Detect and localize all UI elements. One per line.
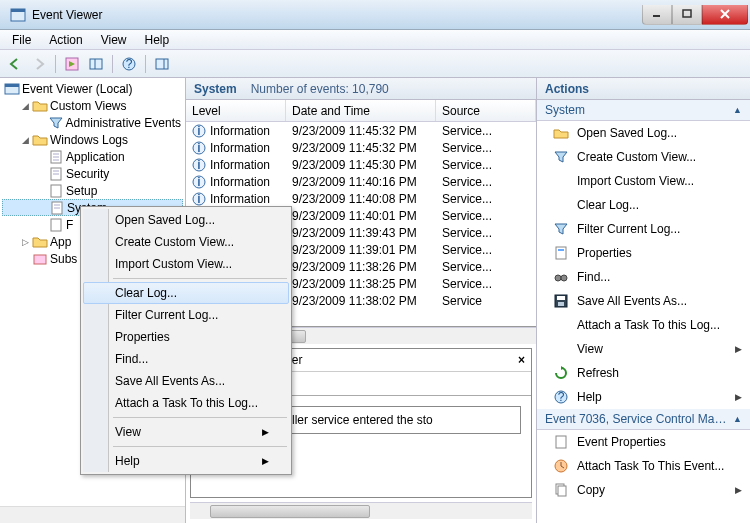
blank-icon (553, 317, 569, 333)
collapse-icon: ▲ (733, 105, 742, 115)
menu-action[interactable]: Action (41, 31, 90, 49)
tree-label: Administrative Events (66, 116, 181, 130)
tree-label: Setup (66, 184, 97, 198)
properties-icon (553, 245, 569, 261)
ctx-attach-task[interactable]: Attach a Task To this Log... (83, 392, 289, 414)
action-clear-log[interactable]: Clear Log... (537, 193, 750, 217)
event-row[interactable]: iInformation9/23/2009 11:45:32 PMService… (186, 122, 536, 139)
menu-help[interactable]: Help (137, 31, 178, 49)
action-event-properties[interactable]: Event Properties (537, 430, 750, 454)
blank-icon (553, 173, 569, 189)
folder-open-icon (553, 125, 569, 141)
tree-admin-events[interactable]: Administrative Events (2, 114, 183, 131)
svg-text:?: ? (126, 57, 133, 71)
tree-root-label: Event Viewer (Local) (22, 82, 133, 96)
submenu-arrow-icon: ▶ (735, 392, 742, 402)
tree-application[interactable]: Application (2, 148, 183, 165)
details-scrollbar[interactable] (190, 502, 532, 519)
action-help[interactable]: ?Help▶ (537, 385, 750, 409)
log-icon (48, 166, 64, 182)
col-date[interactable]: Date and Time (286, 100, 436, 121)
tree-root[interactable]: Event Viewer (Local) (2, 80, 183, 97)
ctx-save-all[interactable]: Save All Events As... (83, 370, 289, 392)
menu-view[interactable]: View (93, 31, 135, 49)
extra-panel-button[interactable] (151, 53, 173, 75)
toolbar: ? (0, 50, 750, 78)
actions-header: Actions (537, 78, 750, 100)
action-find[interactable]: Find... (537, 265, 750, 289)
col-source[interactable]: Source (436, 100, 536, 121)
menu-file[interactable]: File (4, 31, 39, 49)
nav-scrollbar[interactable] (0, 506, 185, 523)
svg-rect-50 (556, 247, 566, 259)
col-level[interactable]: Level (186, 100, 286, 121)
action-filter-log[interactable]: Filter Current Log... (537, 217, 750, 241)
submenu-arrow-icon: ▶ (262, 456, 269, 466)
help-icon: ? (553, 389, 569, 405)
event-count: Number of events: 10,790 (251, 82, 389, 96)
ctx-create-custom-view[interactable]: Create Custom View... (83, 231, 289, 253)
action-attach-task[interactable]: Attach a Task To this Log... (537, 313, 750, 337)
tree-custom-views[interactable]: ◢ Custom Views (2, 97, 183, 114)
svg-rect-55 (557, 296, 565, 300)
titlebar: Event Viewer (0, 0, 750, 30)
event-row[interactable]: iInformation9/23/2009 11:45:30 PMService… (186, 156, 536, 173)
tree-label: Application (66, 150, 125, 164)
action-refresh[interactable]: Refresh (537, 361, 750, 385)
ctx-import-custom-view[interactable]: Import Custom View... (83, 253, 289, 275)
info-icon: i (192, 192, 206, 206)
event-row[interactable]: iInformation9/23/2009 11:40:08 PMService… (186, 190, 536, 207)
submenu-arrow-icon: ▶ (262, 427, 269, 437)
expand-icon[interactable]: ▷ (20, 237, 30, 247)
eventviewer-icon (4, 81, 20, 97)
svg-rect-56 (558, 302, 564, 306)
binoculars-icon (553, 269, 569, 285)
ctx-view[interactable]: View▶ (83, 421, 289, 443)
svg-rect-7 (90, 59, 102, 69)
ctx-find[interactable]: Find... (83, 348, 289, 370)
details-close-button[interactable]: × (518, 353, 525, 367)
log-icon (48, 183, 64, 199)
actions-group-system[interactable]: System▲ (537, 100, 750, 121)
actions-group-event[interactable]: Event 7036, Service Control Mana...▲ (537, 409, 750, 430)
collapse-icon[interactable]: ◢ (20, 101, 30, 111)
action-view[interactable]: View▶ (537, 337, 750, 361)
action-properties[interactable]: Properties (537, 241, 750, 265)
filter-icon (48, 115, 64, 131)
tree-setup[interactable]: Setup (2, 182, 183, 199)
back-button[interactable] (4, 53, 26, 75)
collapse-icon: ▲ (733, 414, 742, 424)
show-hide-tree-button[interactable] (61, 53, 83, 75)
action-copy[interactable]: Copy▶ (537, 478, 750, 502)
tree-windows-logs[interactable]: ◢ Windows Logs (2, 131, 183, 148)
close-button[interactable] (702, 5, 748, 25)
action-save-all[interactable]: Save All Events As... (537, 289, 750, 313)
tree-label: Windows Logs (50, 133, 128, 147)
event-row[interactable]: iInformation9/23/2009 11:45:32 PMService… (186, 139, 536, 156)
properties-icon (553, 434, 569, 450)
ctx-filter-log[interactable]: Filter Current Log... (83, 304, 289, 326)
ctx-open-saved-log[interactable]: Open Saved Log... (83, 209, 289, 231)
event-row[interactable]: iInformation9/23/2009 11:40:16 PMService… (186, 173, 536, 190)
action-attach-task-event[interactable]: Attach Task To This Event... (537, 454, 750, 478)
ctx-help[interactable]: Help▶ (83, 450, 289, 472)
log-icon (48, 217, 64, 233)
tree-security[interactable]: Security (2, 165, 183, 182)
action-import-custom-view[interactable]: Import Custom View... (537, 169, 750, 193)
help-button[interactable]: ? (118, 53, 140, 75)
action-open-saved-log[interactable]: Open Saved Log... (537, 121, 750, 145)
svg-point-52 (555, 275, 561, 281)
info-icon: i (192, 141, 206, 155)
collapse-icon[interactable]: ◢ (20, 135, 30, 145)
panel-button[interactable] (85, 53, 107, 75)
menubar: File Action View Help (0, 30, 750, 50)
ctx-properties[interactable]: Properties (83, 326, 289, 348)
action-create-custom-view[interactable]: Create Custom View... (537, 145, 750, 169)
task-icon (553, 458, 569, 474)
copy-icon (553, 482, 569, 498)
forward-button[interactable] (28, 53, 50, 75)
maximize-button[interactable] (672, 5, 702, 25)
ctx-clear-log[interactable]: Clear Log... (83, 282, 289, 304)
minimize-button[interactable] (642, 5, 672, 25)
list-header: Level Date and Time Source (186, 100, 536, 122)
